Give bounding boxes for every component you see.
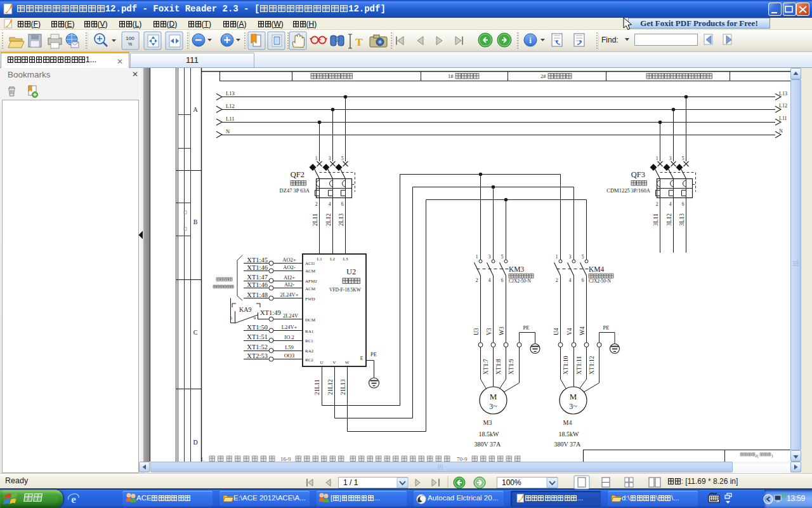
svg-text:%: % bbox=[128, 42, 132, 46]
svg-text:e: e bbox=[71, 493, 76, 505]
svg-text:T: T bbox=[355, 36, 363, 48]
svg-text:i: i bbox=[529, 36, 532, 45]
svg-text:100: 100 bbox=[126, 36, 134, 41]
